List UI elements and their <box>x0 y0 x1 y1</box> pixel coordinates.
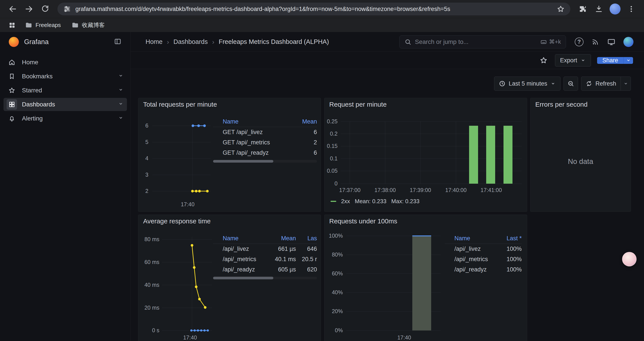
series-mean: 661 µs <box>265 245 296 252</box>
url-text[interactable]: grafana.mathmast.com/d/deytv4rwavabkb/fr… <box>76 6 552 13</box>
reload-icon[interactable] <box>38 2 52 16</box>
legend-series-name[interactable]: 2xx <box>341 198 350 205</box>
sidebar-item-label: Bookmarks <box>22 73 52 80</box>
series-name[interactable]: GET /api/_readyz <box>223 149 297 156</box>
site-settings-icon[interactable] <box>63 5 71 13</box>
series-name[interactable]: /api/_livez <box>454 245 498 252</box>
keyboard-icon <box>540 39 547 45</box>
grafana-logo[interactable] <box>9 37 19 47</box>
zoom-out-button[interactable] <box>564 77 578 91</box>
scrollbar-thumb[interactable] <box>213 160 273 163</box>
panel-title[interactable]: Requests under 100ms <box>329 217 397 225</box>
series-name[interactable]: GET /api/_livez <box>223 129 297 136</box>
collapse-sidebar-icon[interactable] <box>114 38 122 46</box>
downloads-icon[interactable] <box>592 2 606 16</box>
panel-total-requests: Total requests per minute 6 5 4 3 2 17:4… <box>138 98 321 212</box>
apps-grid-icon[interactable] <box>6 22 18 29</box>
sidebar-item-alerting[interactable]: Alerting <box>4 112 127 125</box>
refresh-interval-caret[interactable] <box>621 77 631 91</box>
browser-menu-icon[interactable] <box>624 2 638 16</box>
sidebar-item-starred[interactable]: Starred <box>4 84 127 97</box>
sidebar-item-dashboards[interactable]: Dashboards <box>4 98 127 111</box>
help-icon[interactable]: ? <box>575 38 584 46</box>
col-name[interactable]: Name <box>454 235 498 242</box>
forward-icon[interactable] <box>22 2 36 16</box>
sidebar-item-bookmarks[interactable]: Bookmarks <box>4 70 127 83</box>
chevron-down-icon <box>623 81 629 87</box>
col-name[interactable]: Name <box>223 235 265 242</box>
breadcrumb-separator: › <box>167 38 169 46</box>
legend-max: Max: 0.233 <box>391 198 420 205</box>
zoom-out-icon <box>567 80 574 87</box>
scrollbar-thumb[interactable] <box>213 277 273 279</box>
url-bar[interactable]: grafana.mathmast.com/d/deytv4rwavabkb/fr… <box>58 3 570 15</box>
bookmark-star-icon[interactable] <box>557 5 565 13</box>
series-name[interactable]: /api/_readyz <box>223 266 265 273</box>
y-tick: 80 ms <box>138 236 159 242</box>
y-tick: 20% <box>324 308 343 314</box>
series-name[interactable]: /api/_metrics <box>223 256 265 263</box>
sidebar-item-label: Alerting <box>22 115 43 122</box>
panel-title[interactable]: Total requests per minute <box>143 101 217 108</box>
y-tick: 0% <box>324 327 343 333</box>
col-name[interactable]: Name <box>223 118 297 125</box>
news-rss-icon[interactable] <box>592 38 599 46</box>
legend-table: Name Mean GET /api/_livez 6 GET /api/_me… <box>213 117 317 163</box>
legend-scrollbar[interactable] <box>213 277 317 279</box>
search-input-wrapper[interactable]: ⌘+k <box>400 35 566 49</box>
col-mean[interactable]: Mean <box>297 118 317 125</box>
bookmark-label: 收藏博客 <box>82 21 105 29</box>
col-last[interactable]: Las <box>296 235 317 242</box>
col-mean[interactable]: Mean <box>265 235 296 242</box>
dashboards-icon <box>6 99 17 110</box>
y-tick: 4 <box>138 155 148 162</box>
search-input[interactable] <box>415 38 537 46</box>
extensions-icon[interactable] <box>576 2 590 16</box>
legend-scrollbar[interactable] <box>213 160 317 163</box>
series-name[interactable]: /api/_readyz <box>454 266 498 273</box>
chevron-down-icon[interactable] <box>118 115 124 122</box>
series-last: 100% <box>498 245 522 252</box>
sidebar-item-label: Starred <box>22 87 42 94</box>
chevron-down-icon[interactable] <box>118 73 124 80</box>
time-range-picker[interactable]: Last 5 minutes <box>494 77 561 91</box>
legend-row: /api/_metrics 100% <box>445 254 522 264</box>
breadcrumb-home[interactable]: Home <box>146 38 162 46</box>
browser-toolbar: grafana.mathmast.com/d/deytv4rwavabkb/fr… <box>0 0 644 18</box>
share-button[interactable]: Share <box>597 57 624 64</box>
favorite-star-icon[interactable] <box>538 55 549 66</box>
series-mean: 40.1 ms <box>265 256 296 263</box>
share-menu-caret[interactable] <box>624 57 633 64</box>
breadcrumb-dashboards[interactable]: Dashboards <box>174 38 208 46</box>
panel-title[interactable]: Request per minute <box>329 101 387 108</box>
series-color-chip <box>330 201 336 202</box>
panel-title[interactable]: Average response time <box>143 217 211 225</box>
home-icon <box>6 57 17 68</box>
panel-title[interactable]: Errors per second <box>535 101 588 108</box>
display-icon[interactable] <box>607 38 616 46</box>
series-mean: 6 <box>297 149 317 156</box>
bookmark-folder-freeleaps[interactable]: Freeleaps <box>22 20 64 30</box>
floating-assistant-avatar[interactable] <box>622 252 636 266</box>
chart-legend: 2xx Mean: 0.233 Max: 0.233 <box>330 198 420 205</box>
y-tick: 0.25 <box>324 118 338 125</box>
back-icon[interactable] <box>6 2 20 16</box>
col-last[interactable]: Last * <box>498 235 522 242</box>
user-avatar[interactable] <box>624 37 634 47</box>
profile-avatar[interactable] <box>608 2 622 16</box>
refresh-button[interactable]: Refresh <box>581 77 621 91</box>
sidebar-item-home[interactable]: Home <box>4 56 127 69</box>
series-last: 100% <box>498 256 522 263</box>
series-last: 20.5 r <box>296 256 317 263</box>
panel-request-per-minute: Request per minute 0.25 0.2 0.15 0.1 0.0… <box>324 98 527 212</box>
y-tick: 6 <box>138 122 148 129</box>
series-name[interactable]: /api/_livez <box>223 245 265 252</box>
legend-table: Name Mean Las /api/_livez 661 µs 646 /ap… <box>213 233 317 279</box>
series-last: 646 <box>296 245 317 252</box>
bookmark-folder-blogs[interactable]: 收藏博客 <box>68 20 108 30</box>
series-name[interactable]: GET /api/_metrics <box>223 139 297 146</box>
series-name[interactable]: /api/_metrics <box>454 256 498 263</box>
export-button[interactable]: Export <box>555 54 591 67</box>
chevron-down-icon[interactable] <box>118 101 124 108</box>
chevron-down-icon[interactable] <box>118 87 124 94</box>
